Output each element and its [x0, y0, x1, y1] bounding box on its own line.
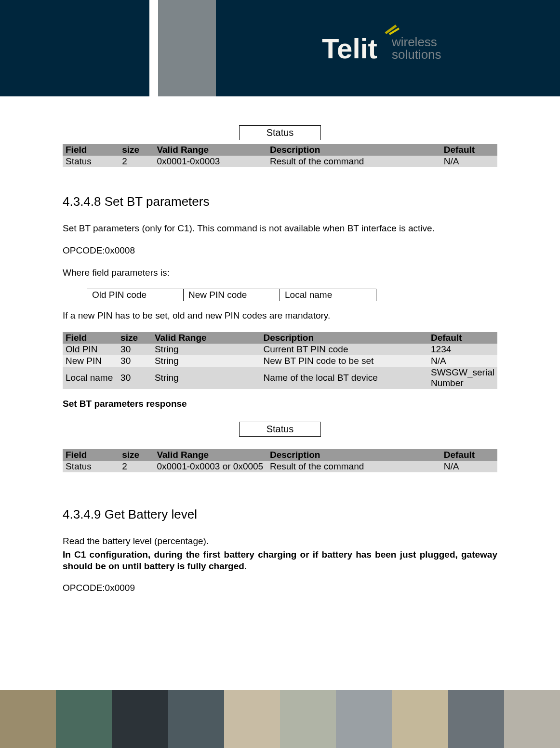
- header-block-right: Telit wireless solutions: [216, 0, 560, 96]
- cell-size: 30: [118, 355, 152, 367]
- cell-desc: New BT PIN code to be set: [261, 355, 428, 367]
- cell-size: 30: [118, 367, 152, 389]
- th-field: Field: [63, 332, 118, 344]
- cell-field: Status: [63, 156, 119, 167]
- th-size: size: [119, 144, 154, 156]
- table-row: Status 2 0x0001-0x0003 Result of the com…: [63, 156, 497, 167]
- th-size: size: [118, 332, 152, 344]
- th-desc: Description: [267, 144, 441, 156]
- cell-range: String: [152, 367, 261, 389]
- header-block-mid: [158, 0, 216, 96]
- cell-field: Local name: [63, 367, 118, 389]
- brand-tagline: wireless solutions: [392, 36, 441, 61]
- table-row: Old PIN 30 String Current BT PIN code 12…: [63, 344, 497, 355]
- page-header: Telit wireless solutions: [0, 0, 560, 96]
- box-local-name: Local name: [280, 289, 376, 301]
- cell-desc: Result of the command: [267, 461, 441, 472]
- th-def: Default: [428, 332, 497, 344]
- th-field: Field: [63, 144, 119, 156]
- th-desc: Description: [261, 332, 428, 344]
- para-pin-mandatory: If a new PIN has to be set, old and new …: [63, 310, 497, 321]
- cell-field: Status: [63, 461, 119, 472]
- section-title-get-battery: 4.3.4.9 Get Battery level: [63, 507, 497, 522]
- cell-range: String: [152, 355, 261, 367]
- para-battery-note: In C1 configuration, during the first ba…: [63, 549, 497, 572]
- cell-def: N/A: [441, 461, 497, 472]
- th-def: Default: [441, 449, 497, 461]
- status-box-1: Status: [239, 125, 321, 140]
- cell-size: 30: [118, 344, 152, 355]
- response-title-set-bt: Set BT parameters response: [63, 399, 497, 409]
- cell-field: New PIN: [63, 355, 118, 367]
- cell-range: 0x0001-0x0003 or 0x0005: [154, 461, 267, 472]
- footer-image-strip: [0, 690, 560, 748]
- bt-params-table: Field size Valid Range Description Defau…: [63, 332, 497, 389]
- para-battery-desc: Read the battery level (percentage).: [63, 535, 497, 547]
- cell-field: Old PIN: [63, 344, 118, 355]
- tag-line-2: solutions: [392, 48, 441, 61]
- cell-desc: Current BT PIN code: [261, 344, 428, 355]
- bt-response-table: Field size Valid Range Description Defau…: [63, 449, 497, 472]
- tag-line-1: wireless: [392, 36, 441, 48]
- box-old-pin: Old PIN code: [87, 289, 184, 301]
- cell-desc: Result of the command: [267, 156, 441, 167]
- brand-logo: Telit: [322, 32, 377, 65]
- cell-def: SWSGW_serial Number: [428, 367, 497, 389]
- status-table-1: Field size Valid Range Description Defau…: [63, 144, 497, 167]
- box-new-pin: New PIN code: [184, 289, 280, 301]
- th-range: Valid Range: [154, 144, 267, 156]
- th-desc: Description: [267, 449, 441, 461]
- para-where-fields: Where field parameters is:: [63, 267, 497, 279]
- table-row: New PIN 30 String New BT PIN code to be …: [63, 355, 497, 367]
- section-title-set-bt: 4.3.4.8 Set BT parameters: [63, 194, 497, 209]
- page-content: Status Field size Valid Range Descriptio…: [0, 96, 560, 594]
- cell-def: N/A: [428, 355, 497, 367]
- para-set-bt-desc: Set BT parameters (only for C1). This co…: [63, 223, 497, 234]
- cell-size: 2: [119, 461, 154, 472]
- cell-range: 0x0001-0x0003: [154, 156, 267, 167]
- para-opcode-0009: OPCODE:0x0009: [63, 582, 497, 594]
- cell-range: String: [152, 344, 261, 355]
- th-def: Default: [441, 144, 497, 156]
- th-range: Valid Range: [154, 449, 267, 461]
- header-block-left: [0, 0, 149, 96]
- logo-accent-icon: [384, 24, 400, 35]
- th-field: Field: [63, 449, 119, 461]
- cell-def: 1234: [428, 344, 497, 355]
- table-row: Status 2 0x0001-0x0003 or 0x0005 Result …: [63, 461, 497, 472]
- table-row: Local name 30 String Name of the local B…: [63, 367, 497, 389]
- cell-size: 2: [119, 156, 154, 167]
- para-opcode-0008: OPCODE:0x0008: [63, 245, 497, 256]
- status-box-2: Status: [239, 422, 321, 437]
- cell-def: N/A: [441, 156, 497, 167]
- th-range: Valid Range: [152, 332, 261, 344]
- pin-fields-box: Old PIN code New PIN code Local name: [87, 289, 376, 301]
- brand-name: Telit: [322, 33, 377, 64]
- th-size: size: [119, 449, 154, 461]
- cell-desc: Name of the local BT device: [261, 367, 428, 389]
